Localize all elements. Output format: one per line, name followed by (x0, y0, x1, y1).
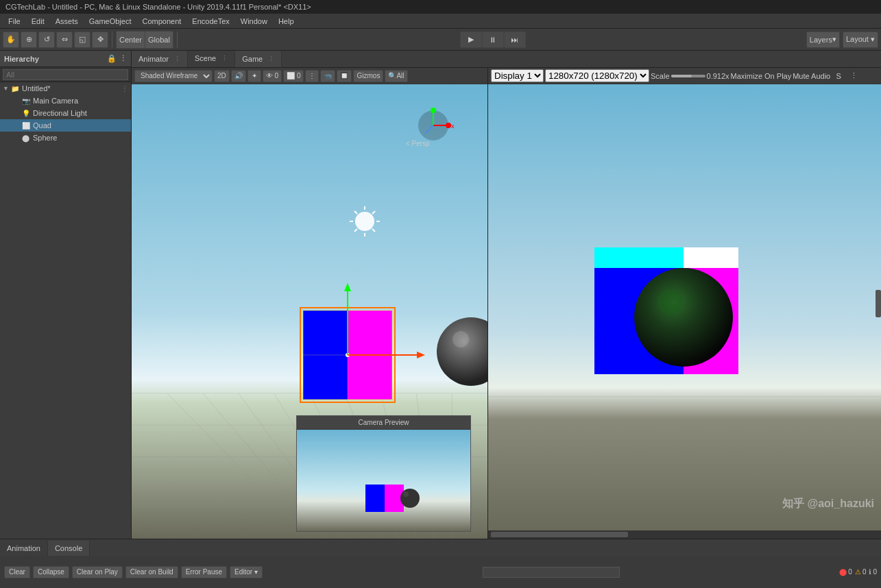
game-scrollbar (488, 530, 881, 539)
transform-tool-btn[interactable]: ✥ (92, 32, 108, 48)
pivot-toggle: Center Global (116, 31, 173, 49)
lock-icon[interactable]: 🔒 (107, 54, 117, 63)
global-btn[interactable]: Global (145, 32, 173, 48)
camera-move-btn[interactable]: 📹 (320, 70, 335, 82)
play-btn[interactable]: ▶ (460, 32, 482, 48)
title-bar: CGTechLab - Untitled - PC, Mac & Linux S… (0, 0, 881, 14)
hierarchy-item-dirlight[interactable]: 💡 Directional Light (0, 107, 131, 119)
game-kebab-btn[interactable]: ⋮ (847, 71, 860, 80)
game-view: Display 1 1280x720 (1280x720) Scale 0.91… (487, 68, 881, 539)
svg-rect-52 (594, 247, 684, 268)
2d-toggle-btn[interactable]: 2D (214, 70, 230, 82)
menu-component[interactable]: Component (136, 16, 186, 27)
hierarchy-item-maincamera[interactable]: 📷 Main Camera (0, 95, 131, 107)
hierarchy-item-quad[interactable]: ⬜ Quad (0, 119, 131, 132)
item-kebab-icon[interactable]: ⋮ (121, 85, 128, 93)
scene-toolbar: Shaded Wireframe 2D 🔊 ✦ 👁 0 ⬜ 0 ⋮ 📹 🔲 Gi… (132, 68, 487, 84)
game-toolbar: Display 1 1280x720 (1280x720) Scale 0.91… (488, 68, 881, 84)
hierarchy-search-input[interactable] (3, 69, 128, 80)
persp-label: < Persp (406, 140, 430, 147)
menu-gameobject[interactable]: GameObject (84, 16, 137, 27)
hierarchy-item-untitled[interactable]: ▼ 📁 Untitled* ⋮ (0, 82, 131, 95)
tab-animator[interactable]: Animator ⋮ (132, 51, 188, 67)
menu-edit[interactable]: Edit (26, 16, 50, 27)
resize-handle[interactable] (876, 290, 881, 317)
scene-tabs: Animator ⋮ Scene ⋮ Game ⋮ (132, 51, 881, 68)
scale-tool-btn[interactable]: ⇔ (56, 32, 73, 48)
hierarchy-header: Hierarchy 🔒 ⋮ (0, 51, 131, 67)
error-pause-btn[interactable]: Error Pause (181, 566, 227, 578)
log-count-badge: ℹ 0 (869, 568, 877, 576)
warning-icon: ⚠ (855, 568, 861, 576)
hierarchy-item-sphere[interactable]: ⬤ Sphere (0, 132, 131, 144)
menu-file[interactable]: File (3, 16, 26, 27)
error-icon: ⬤ (839, 568, 847, 576)
toolbar: ✋ ⊕ ↺ ⇔ ◱ ✥ Center Global ▶ ⏸ ⏭ Layers ▾… (0, 29, 881, 51)
layout-btn[interactable]: Layout ▾ (843, 32, 878, 48)
clear-on-build-btn[interactable]: Clear on Build (125, 566, 178, 578)
scene-view-mode-btn[interactable]: 🔲 (337, 70, 352, 82)
gizmos-btn[interactable]: Gizmos (353, 70, 383, 82)
clear-btn[interactable]: Clear (4, 566, 30, 578)
menu-help[interactable]: Help (273, 16, 300, 27)
stats-btn[interactable]: S (832, 72, 845, 80)
separator-2 (177, 32, 178, 48)
all-layers-search-btn[interactable]: 🔍 All (385, 70, 407, 82)
pause-btn[interactable]: ⏸ (482, 32, 504, 48)
game-scrollbar-thumb[interactable] (491, 532, 628, 537)
menu-assets[interactable]: Assets (50, 16, 84, 27)
svg-point-57 (657, 290, 682, 315)
separator-1 (112, 32, 112, 48)
expand-arrow-icon: ▼ (3, 85, 11, 92)
menu-encodetex[interactable]: EncodeTex (186, 16, 234, 27)
svg-point-47 (403, 491, 409, 497)
svg-point-14 (355, 212, 374, 231)
camera-icon: 📷 (22, 97, 33, 105)
tab-console[interactable]: Console (48, 541, 90, 556)
warning-count-badge: ⚠ 0 (855, 568, 867, 576)
camera-preview-content (297, 430, 470, 531)
hierarchy-kebab-icon[interactable]: ⋮ (119, 54, 127, 63)
step-btn[interactable]: ⏭ (504, 32, 526, 48)
error-count-badge: ⬤ 0 (839, 568, 852, 576)
tab-game-kebab-icon: ⋮ (268, 56, 274, 62)
tab-animation[interactable]: Animation (0, 541, 48, 556)
effects-toggle-btn[interactable]: ✦ (248, 70, 261, 82)
svg-rect-44 (365, 485, 385, 512)
sphere-icon: ⬤ (22, 134, 33, 142)
menu-window[interactable]: Window (235, 16, 273, 27)
scene-view: Shaded Wireframe 2D 🔊 ✦ 👁 0 ⬜ 0 ⋮ 📹 🔲 Gi… (132, 68, 487, 539)
menu-bar: File Edit Assets GameObject Component En… (0, 14, 881, 29)
maximize-on-play-btn[interactable]: Maximize On Play (731, 72, 792, 80)
display-select[interactable]: Display 1 (491, 69, 544, 82)
clear-on-play-btn[interactable]: Clear on Play (72, 566, 123, 578)
hierarchy-panel: Hierarchy 🔒 ⋮ ▼ 📁 Untitled* ⋮ 📷 Main Cam… (0, 51, 132, 539)
tab-kebab-icon: ⋮ (174, 56, 180, 62)
animator-tab-label: Animator (138, 55, 169, 63)
hand-tool-btn[interactable]: ✋ (3, 32, 19, 48)
more-options-btn[interactable]: ⋮ (305, 70, 319, 82)
tab-scene-kebab-icon: ⋮ (221, 55, 228, 62)
audio-toggle-btn[interactable]: 🔊 (231, 70, 246, 82)
mute-audio-btn[interactable]: Mute Audio (793, 72, 830, 80)
resolution-select[interactable]: 1280x720 (1280x720) (545, 69, 649, 82)
game-tab-label: Game (242, 55, 263, 63)
collapse-btn[interactable]: Collapse (33, 566, 69, 578)
move-tool-btn[interactable]: ⊕ (21, 32, 37, 48)
hierarchy-search (0, 67, 131, 82)
tab-game[interactable]: Game ⋮ (235, 51, 282, 67)
bottom-content: Clear Collapse Clear on Play Clear on Bu… (0, 556, 881, 588)
scene-layers-btn[interactable]: ⬜ 0 (283, 70, 304, 82)
hidden-layers-btn[interactable]: 👁 0 (263, 70, 282, 82)
console-search-input[interactable] (483, 567, 620, 578)
center-btn[interactable]: Center (117, 32, 145, 48)
rect-tool-btn[interactable]: ◱ (74, 32, 90, 48)
rotate-tool-btn[interactable]: ↺ (38, 32, 55, 48)
tab-scene[interactable]: Scene ⋮ (188, 51, 235, 67)
editor-btn[interactable]: Editor ▾ (230, 566, 263, 578)
svg-point-38 (431, 108, 436, 113)
shading-mode-select[interactable]: Shaded Wireframe (134, 70, 213, 82)
layers-btn[interactable]: Layers ▾ (806, 32, 840, 48)
scale-slider[interactable] (671, 75, 705, 77)
game-canvas (488, 84, 881, 530)
